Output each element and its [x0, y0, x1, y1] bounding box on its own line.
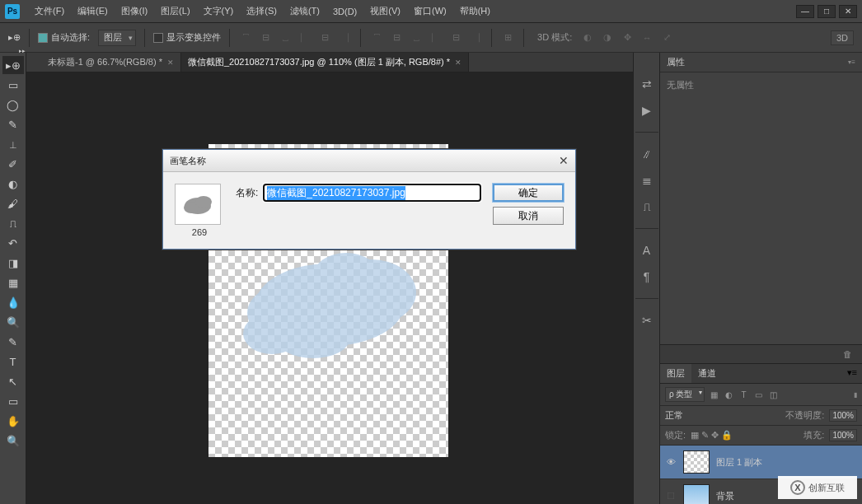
healing-brush-tool[interactable]: ◐ [2, 175, 24, 193]
layer-kind-dropdown[interactable]: ρ 类型 [665, 387, 705, 402]
opacity-field[interactable]: 100% [829, 409, 857, 422]
dialog-titlebar[interactable]: 画笔名称 ✕ [163, 150, 575, 172]
play-icon[interactable]: ▶ [635, 100, 658, 120]
filter-type-icon[interactable]: T [738, 389, 749, 400]
lock-all-icon[interactable]: 🔒 [721, 430, 733, 441]
dist-left-icon[interactable]: ⎸ [429, 30, 443, 45]
zoom-icon[interactable]: ⤢ [659, 30, 674, 45]
character-icon[interactable]: A [635, 240, 658, 260]
blend-mode-dropdown[interactable]: 正常 [665, 409, 714, 422]
filter-shape-icon[interactable]: ▭ [752, 389, 764, 400]
cancel-button[interactable]: 取消 [493, 207, 564, 225]
dodge-tool[interactable]: 🔍 [2, 313, 24, 331]
fill-field[interactable]: 100% [829, 429, 857, 441]
history-brush-tool[interactable]: ↶ [2, 234, 24, 252]
history-icon[interactable]: ⇄ [635, 74, 658, 94]
menu-select[interactable]: 选择(S) [240, 5, 283, 17]
align-vcenter-icon[interactable]: ⊟ [258, 30, 273, 45]
panel-menu-icon[interactable]: ▾≡ [848, 58, 855, 66]
trash-icon[interactable]: 🗑 [843, 349, 852, 359]
filter-smart-icon[interactable]: ◫ [767, 389, 779, 400]
marquee-tool[interactable]: ▭ [2, 76, 24, 94]
pan-icon[interactable]: ✥ [620, 30, 635, 45]
menu-window[interactable]: 窗口(W) [407, 5, 453, 17]
layer-name: 图层 1 副本 [716, 456, 762, 469]
brushes-icon[interactable]: ⫽ [635, 144, 658, 164]
filter-toggle-icon[interactable]: ▮ [854, 391, 857, 399]
menu-3d[interactable]: 3D(D) [326, 7, 363, 16]
align-hcenter-icon[interactable]: ⊟ [317, 30, 332, 45]
menu-filter[interactable]: 滤镜(T) [283, 5, 326, 17]
minimize-button[interactable]: — [796, 5, 814, 18]
menu-view[interactable]: 视图(V) [363, 5, 407, 17]
crop-tool[interactable]: ⟂ [2, 135, 24, 153]
ok-button[interactable]: 确定 [493, 184, 564, 202]
visibility-icon[interactable]: 👁 [665, 457, 677, 467]
lock-pixels-icon[interactable]: ✎ [701, 430, 709, 441]
layer-thumb[interactable] [683, 450, 710, 474]
gradient-tool[interactable]: ▦ [2, 273, 24, 292]
menu-help[interactable]: 帮助(H) [453, 5, 497, 17]
dialog-close-icon[interactable]: ✕ [559, 154, 569, 167]
paragraph-icon[interactable]: ¶ [635, 267, 658, 287]
menu-image[interactable]: 图像(I) [115, 5, 154, 17]
lasso-tool[interactable]: ◯ [2, 96, 24, 114]
align-bottom-icon[interactable]: ⎵ [278, 30, 293, 45]
tools-preset-icon[interactable]: ✂ [635, 310, 658, 330]
filter-pixel-icon[interactable]: ▦ [708, 389, 719, 400]
menu-edit[interactable]: 编辑(E) [71, 5, 115, 17]
visibility-icon[interactable]: ☐ [665, 491, 677, 502]
brush-name-input[interactable] [263, 184, 481, 202]
align-right-icon[interactable]: ⎹ [337, 30, 352, 45]
orbit-icon[interactable]: ◐ [580, 30, 595, 45]
dist-top-icon[interactable]: ⎴ [369, 30, 384, 45]
menu-type[interactable]: 文字(Y) [197, 5, 241, 17]
move-tool[interactable]: ▸⊕ [2, 56, 24, 74]
brush-tool[interactable]: 🖌 [2, 194, 24, 212]
auto-select-checkbox[interactable]: 自动选择: [38, 31, 90, 44]
lock-position-icon[interactable]: ✥ [711, 430, 719, 441]
rectangle-tool[interactable]: ▭ [2, 392, 24, 410]
menu-layer[interactable]: 图层(L) [154, 5, 196, 17]
zoom-tool[interactable]: 🔍 [2, 432, 24, 450]
brush-preset-icon[interactable]: ≣ [635, 170, 658, 190]
panel-menu-icon[interactable]: ▾≡ [842, 364, 862, 383]
layer-item[interactable]: 👁 图层 1 副本 [660, 446, 862, 479]
3d-button[interactable]: 3D [831, 30, 854, 45]
type-tool[interactable]: T [2, 352, 24, 371]
clone-src-icon[interactable]: ⎍ [635, 197, 658, 217]
lock-transparent-icon[interactable]: ▦ [691, 430, 699, 441]
align-left-icon[interactable]: ⎸ [297, 30, 312, 45]
blur-tool[interactable]: 💧 [2, 293, 24, 311]
toolbar-expand-icon[interactable]: ▸▸ [19, 48, 26, 54]
align-top-icon[interactable]: ⎴ [238, 30, 253, 45]
auto-select-dropdown[interactable]: 图层 [98, 30, 136, 46]
dist-bottom-icon[interactable]: ⎵ [409, 30, 424, 45]
show-transform-checkbox[interactable]: 显示变换控件 [153, 31, 221, 44]
layer-thumb[interactable] [683, 484, 710, 504]
quick-select-tool[interactable]: ✎ [2, 115, 24, 133]
properties-panel-header[interactable]: 属性▾≡ [660, 53, 862, 72]
filter-adjust-icon[interactable]: ◐ [723, 389, 734, 400]
tab-channels[interactable]: 通道 [691, 364, 723, 383]
path-select-tool[interactable]: ↖ [2, 372, 24, 390]
tab-0[interactable]: 未标题-1 @ 66.7%(RGB/8) *✕ [41, 53, 181, 72]
dist-vcenter-icon[interactable]: ⊟ [389, 30, 404, 45]
pen-tool[interactable]: ✎ [2, 333, 24, 351]
slide-icon[interactable]: ↔ [639, 30, 654, 45]
menu-file[interactable]: 文件(F) [28, 5, 71, 17]
clone-stamp-tool[interactable]: ⎍ [2, 214, 24, 232]
tab-layers[interactable]: 图层 [660, 364, 691, 383]
dist-right-icon[interactable]: ⎹ [468, 30, 483, 45]
auto-align-icon[interactable]: ⊞ [500, 30, 515, 45]
hand-tool[interactable]: ✋ [2, 412, 24, 430]
tab-1[interactable]: 微信截图_20210827173037.jpg @ 110% (图层 1 副本,… [181, 53, 469, 72]
tab-close-icon[interactable]: ✕ [455, 58, 461, 67]
maximize-button[interactable]: □ [817, 5, 836, 18]
eyedropper-tool[interactable]: ✐ [2, 155, 24, 173]
roll-icon[interactable]: ◑ [600, 30, 615, 45]
tab-close-icon[interactable]: ✕ [167, 58, 174, 67]
dist-hcenter-icon[interactable]: ⊟ [448, 30, 463, 45]
close-button[interactable]: ✕ [839, 5, 857, 18]
eraser-tool[interactable]: ◨ [2, 254, 24, 272]
